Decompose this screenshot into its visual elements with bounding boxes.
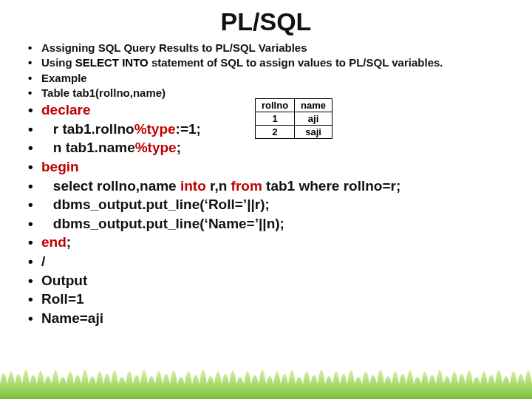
table-row: 1 aji <box>256 112 332 126</box>
intro-line-2-c: statement of SQL to assign values to PL/… <box>149 56 443 69</box>
output-name: Name=aji <box>22 309 510 328</box>
kw-type-2: %type <box>135 140 177 155</box>
code-slash: / <box>22 252 510 271</box>
code-select-c: tab1 where rollno=r; <box>262 178 400 194</box>
code-end: end; <box>22 233 510 252</box>
th-rollno: rollno <box>256 99 295 112</box>
intro-line-3: Example <box>22 71 510 86</box>
output-label: Output <box>22 271 510 290</box>
kw-into: into <box>180 178 206 194</box>
th-name: name <box>295 99 332 112</box>
slide: PL/SQL Assigning SQL Query Results to PL… <box>0 0 532 399</box>
grass-decoration <box>0 355 532 399</box>
td-r1c1: 1 <box>256 112 295 126</box>
code-n-b: ; <box>177 140 181 155</box>
table-row: 2 saji <box>256 126 332 139</box>
kw-from: from <box>231 178 262 194</box>
data-table: rollno name 1 aji 2 saji <box>255 98 332 139</box>
code-r-a: r tab1.rollno <box>41 121 134 137</box>
intro-line-2: Using SELECT INTO statement of SQL to as… <box>22 55 510 70</box>
code-n-a: n tab1.name <box>41 140 135 155</box>
code-putline-roll: dbms_output.put_line(‘Roll=’||r); <box>22 195 510 214</box>
code-select: select rollno,name into r,n from tab1 wh… <box>22 177 510 196</box>
intro-line-2-a: Using <box>41 56 75 69</box>
code-end-semi: ; <box>66 234 71 250</box>
kw-declare: declare <box>41 102 91 117</box>
intro-line-2-select-into: SELECT INTO <box>75 56 149 69</box>
kw-begin: begin <box>41 159 79 174</box>
kw-type-1: %type <box>134 121 176 137</box>
kw-end: end <box>41 234 66 250</box>
table-header-row: rollno name <box>256 99 332 112</box>
code-begin: begin <box>22 157 510 177</box>
td-r2c1: 2 <box>256 126 295 139</box>
td-r1c2: aji <box>295 112 332 126</box>
page-title: PL/SQL <box>22 7 510 36</box>
intro-line-1: Assigning SQL Query Results to PL/SQL Va… <box>22 41 510 55</box>
code-select-b: r,n <box>206 178 231 194</box>
td-r2c2: saji <box>295 126 332 139</box>
code-r-b: :=1; <box>176 121 201 137</box>
code-putline-name: dbms_output.put_line(‘Name=’||n); <box>22 214 510 233</box>
output-roll: Roll=1 <box>22 290 510 309</box>
code-n-decl: n tab1.name%type; <box>22 138 510 157</box>
intro-list: Assigning SQL Query Results to PL/SQL Va… <box>22 41 510 100</box>
code-select-a: select rollno,name <box>41 178 180 194</box>
